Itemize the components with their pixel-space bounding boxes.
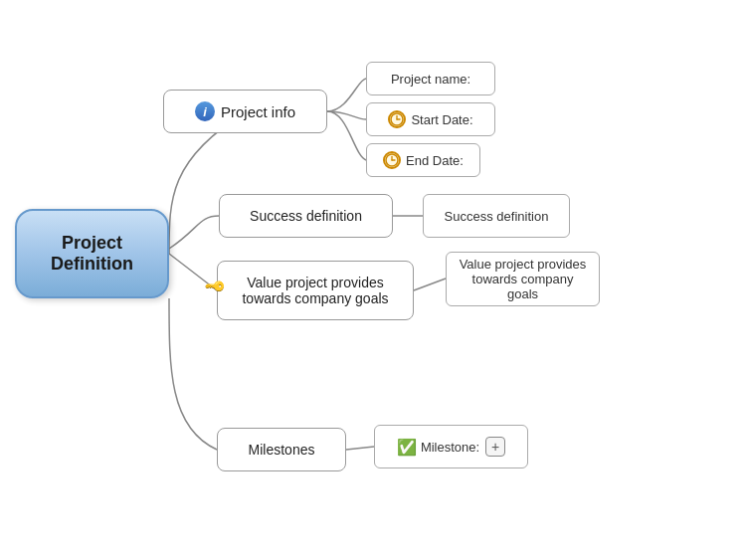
value-project-child-node[interactable]: Value project provides towards company g… — [446, 252, 600, 306]
milestone-child-node[interactable]: ✅ Milestone: + — [374, 425, 528, 468]
project-info-label: Project info — [221, 103, 295, 120]
success-def-label: Success definition — [250, 208, 362, 224]
success-def-child-label: Success definition — [445, 209, 549, 224]
milestones-label: Milestones — [249, 442, 315, 458]
end-date-node[interactable]: End Date: — [366, 143, 480, 177]
success-definition-node[interactable]: Success definition — [219, 194, 393, 238]
root-label: Project Definition — [25, 233, 159, 275]
value-project-node[interactable]: Value project provides towards company g… — [217, 261, 414, 320]
value-child-label: Value project provides towards company g… — [457, 257, 589, 301]
add-milestone-button[interactable]: + — [485, 437, 505, 457]
milestones-node[interactable]: Milestones — [217, 428, 346, 471]
checkmark-icon: ✅ — [397, 437, 417, 457]
start-date-label: Start Date: — [411, 112, 472, 127]
start-date-node[interactable]: Start Date: — [366, 102, 495, 136]
root-node: Project Definition — [15, 209, 169, 298]
success-def-child-node[interactable]: Success definition — [423, 194, 570, 238]
end-date-label: End Date: — [406, 153, 464, 168]
milestone-label: Milestone: — [421, 440, 479, 455]
project-name-node[interactable]: Project name: — [366, 62, 495, 95]
clock-icon-start — [388, 110, 406, 128]
clock-icon-end — [383, 151, 401, 169]
info-icon: i — [195, 101, 215, 121]
project-info-node[interactable]: i Project info — [163, 90, 327, 133]
value-project-label: Value project provides towards company g… — [230, 275, 401, 306]
project-name-label: Project name: — [391, 72, 470, 87]
